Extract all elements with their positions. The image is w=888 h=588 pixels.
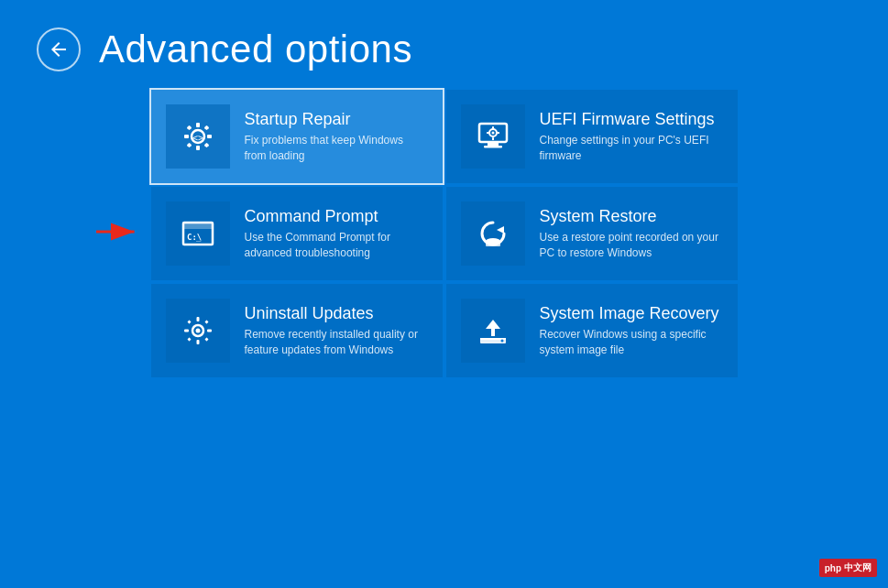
svg-rect-34 [187,320,191,323]
startup-repair-description: Fix problems that keep Windows from load… [245,133,428,164]
svg-rect-35 [204,320,208,323]
svg-rect-5 [207,135,212,138]
svg-rect-16 [492,137,494,140]
svg-rect-4 [184,135,189,138]
svg-point-41 [500,340,503,343]
svg-rect-15 [492,126,494,129]
uefi-icon [461,104,525,169]
uninstall-updates-text: Uninstall Updates Remove recently instal… [245,304,428,358]
page-title: Advanced options [99,27,412,71]
system-image-recovery-icon [461,299,525,363]
svg-rect-22 [183,223,213,229]
system-image-recovery-title: System Image Recovery [540,304,723,323]
svg-marker-38 [486,320,500,336]
command-prompt-description: Use the Command Prompt for advanced trou… [245,230,428,261]
svg-rect-7 [203,125,209,131]
command-prompt-text: Command Prompt Use the Command Prompt fo… [245,207,428,261]
system-image-recovery-description: Recover Windows using a specific system … [540,327,723,358]
svg-rect-6 [186,125,192,131]
svg-text:<>: <> [192,133,203,143]
command-prompt-card[interactable]: C:\ _ Command Prompt Use the Command Pro… [151,187,443,280]
back-button[interactable] [37,27,81,71]
arrow-indicator [96,219,140,248]
uefi-firmware-card[interactable]: UEFI Firmware Settings Change settings i… [446,90,738,183]
uefi-text: UEFI Firmware Settings Change settings i… [540,110,723,164]
system-image-recovery-text: System Image Recovery Recover Windows us… [540,304,723,358]
uninstall-updates-title: Uninstall Updates [245,304,428,323]
startup-repair-icon: <> [166,104,230,169]
svg-marker-25 [497,226,504,234]
svg-rect-8 [186,143,192,148]
svg-rect-31 [196,340,199,344]
watermark-brand: php [825,563,841,573]
svg-rect-36 [187,337,191,341]
svg-rect-17 [487,132,489,134]
svg-rect-37 [204,337,208,341]
svg-rect-12 [484,146,502,148]
startup-repair-title: Startup Repair [245,110,428,129]
system-restore-card[interactable]: System Restore Use a restore point recor… [446,187,738,280]
system-restore-text: System Restore Use a restore point recor… [540,207,723,261]
command-prompt-title: Command Prompt [245,207,428,226]
system-restore-description: Use a restore point recorded on your PC … [540,230,723,261]
watermark: php 中文网 [819,559,877,577]
svg-rect-33 [207,330,212,332]
uninstall-updates-icon [166,299,230,363]
page-header: Advanced options [0,0,888,90]
startup-repair-card[interactable]: <> Startup Repair Fix problems that keep… [151,90,443,183]
options-grid: <> Startup Repair Fix problems that keep… [60,90,829,377]
command-prompt-icon: C:\ _ [166,201,230,266]
watermark-site: 中文网 [844,561,872,574]
system-restore-title: System Restore [540,207,723,226]
startup-repair-text: Startup Repair Fix problems that keep Wi… [245,110,428,164]
svg-point-14 [491,132,494,135]
svg-rect-11 [488,142,499,146]
svg-point-27 [486,238,500,244]
system-restore-icon [461,201,525,266]
svg-text:_: _ [196,233,202,242]
system-image-recovery-card[interactable]: System Image Recovery Recover Windows us… [446,284,738,377]
svg-rect-18 [497,132,499,134]
uefi-title: UEFI Firmware Settings [540,110,723,129]
svg-rect-9 [203,143,209,148]
svg-point-29 [195,329,200,333]
uefi-description: Change settings in your PC's UEFI firmwa… [540,133,723,164]
svg-rect-30 [196,317,199,321]
uninstall-updates-description: Remove recently installed quality or fea… [245,327,428,358]
svg-rect-2 [196,123,200,127]
svg-rect-32 [184,330,189,332]
svg-rect-3 [196,146,200,150]
uninstall-updates-card[interactable]: Uninstall Updates Remove recently instal… [151,284,443,377]
